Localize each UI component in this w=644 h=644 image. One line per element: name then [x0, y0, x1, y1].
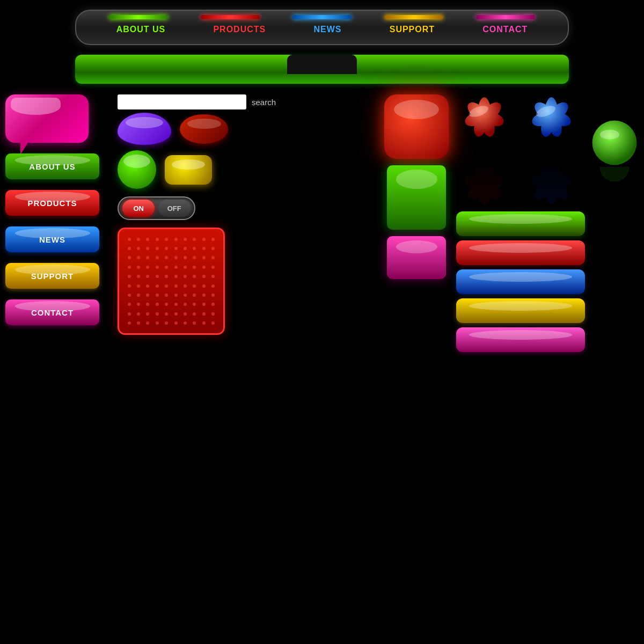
dot	[165, 275, 168, 278]
dot	[165, 294, 168, 297]
blue-star-icon[interactable]	[523, 94, 580, 151]
dot	[184, 321, 187, 325]
big-pink-rect-button[interactable]	[387, 236, 446, 279]
dot	[137, 303, 140, 306]
dot	[137, 312, 140, 316]
search-row: search	[118, 94, 371, 109]
toggle-switch[interactable]: ON OFF	[118, 196, 195, 220]
dot	[156, 256, 159, 259]
dot	[193, 294, 196, 297]
dot	[165, 321, 168, 325]
blob-red-button[interactable]	[180, 114, 228, 144]
stars-row	[456, 94, 639, 207]
dot	[156, 238, 159, 241]
dot	[193, 321, 196, 325]
nav-item-contact[interactable]: CONTACT	[477, 23, 533, 36]
dot	[193, 303, 196, 306]
nav-item-products[interactable]: PRODUCTS	[208, 23, 271, 36]
speech-bubble-button[interactable]	[5, 94, 89, 143]
dot	[156, 312, 159, 316]
dot	[156, 284, 159, 288]
green-circle-icon[interactable]	[590, 119, 639, 167]
dot	[184, 256, 187, 259]
nav-item-news[interactable]: NEWS	[308, 23, 347, 36]
dot	[165, 303, 168, 306]
dot	[128, 247, 131, 250]
right-btn-green[interactable]	[456, 211, 585, 236]
dot	[137, 247, 140, 250]
red-dotted-panel	[118, 228, 225, 335]
dot	[211, 284, 215, 288]
dot	[174, 312, 178, 316]
blue-star-reflection	[523, 151, 580, 207]
dot	[211, 303, 215, 306]
nav-indicator-green	[109, 15, 168, 19]
toggle-off-button[interactable]: OFF	[158, 200, 191, 217]
nav-indicator-red	[201, 15, 260, 19]
dot	[174, 321, 178, 325]
sidebar-btn-products[interactable]: PRODUCTS	[5, 190, 99, 216]
dot	[156, 321, 159, 325]
right-btn-pink[interactable]	[456, 327, 585, 352]
dot	[184, 275, 187, 278]
nav-indicator-yellow	[384, 15, 443, 19]
big-red-square-button[interactable]	[384, 94, 449, 159]
dot	[184, 247, 187, 250]
dot	[174, 256, 178, 259]
nav-item-support[interactable]: SUPPORT	[384, 23, 440, 36]
toggle-on-button[interactable]: ON	[122, 200, 155, 217]
red-star-icon[interactable]	[456, 94, 513, 151]
green-circle-reflection	[590, 167, 639, 183]
sidebar: ABOUT US PRODUCTS NEWS SUPPORT CONTACT	[5, 94, 110, 352]
dot	[193, 238, 196, 241]
dot	[128, 275, 131, 278]
nav-indicator-blue	[292, 15, 352, 19]
dot	[128, 303, 131, 306]
dot	[211, 238, 215, 241]
search-input[interactable]	[118, 94, 246, 109]
dot	[184, 284, 187, 288]
dot	[202, 247, 206, 250]
dot	[193, 284, 196, 288]
dot	[184, 238, 187, 241]
dot	[202, 284, 206, 288]
dot	[202, 312, 206, 316]
green-circle-wrap	[590, 119, 639, 183]
dot	[184, 294, 187, 297]
dot	[137, 321, 140, 325]
right-btn-red[interactable]	[456, 240, 585, 265]
tab-bar-black-tab	[287, 55, 357, 74]
nav-indicator-pink	[476, 15, 535, 19]
dot	[137, 256, 140, 259]
svg-point-2	[592, 121, 637, 165]
dot	[137, 266, 140, 269]
nav-item-about[interactable]: ABOUT US	[111, 23, 171, 36]
right-column	[456, 94, 639, 352]
dot	[202, 303, 206, 306]
dot	[137, 294, 140, 297]
sidebar-btn-support[interactable]: SUPPORT	[5, 263, 99, 289]
sidebar-buttons: ABOUT US PRODUCTS NEWS SUPPORT CONTACT	[5, 153, 110, 331]
sidebar-btn-contact[interactable]: CONTACT	[5, 299, 99, 325]
round-yellow-button[interactable]	[165, 155, 212, 185]
dot	[156, 266, 159, 269]
big-green-rect-button[interactable]	[387, 165, 446, 230]
dot	[184, 266, 187, 269]
nav-labels: ABOUT US PRODUCTS NEWS SUPPORT CONTACT	[92, 23, 552, 36]
sidebar-btn-news[interactable]: NEWS	[5, 226, 99, 252]
dot	[146, 321, 149, 325]
sidebar-btn-about[interactable]: ABOUT US	[5, 153, 99, 179]
dot	[211, 321, 215, 325]
right-btn-blue[interactable]	[456, 269, 585, 294]
round-green-button[interactable]	[118, 150, 156, 189]
right-btn-yellow[interactable]	[456, 298, 585, 323]
dot	[202, 256, 206, 259]
dot	[184, 303, 187, 306]
blue-star-wrap	[523, 94, 580, 207]
dot	[174, 284, 178, 288]
dot	[146, 238, 149, 241]
blob-purple-button[interactable]	[118, 113, 171, 145]
dot	[211, 312, 215, 316]
search-label: search	[252, 98, 276, 107]
dot	[156, 294, 159, 297]
